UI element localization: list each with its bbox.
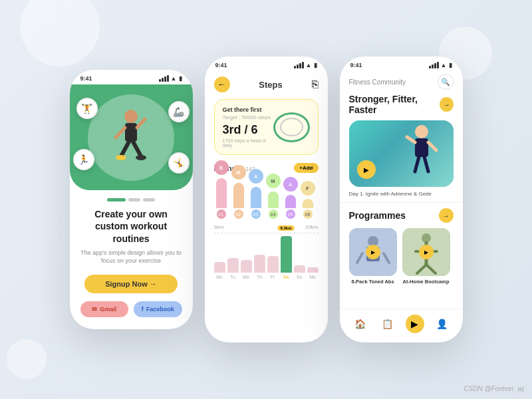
hero-caption: Day 1. Ignite with Adrienne & Gede: [349, 191, 454, 197]
bar-frans: [303, 199, 313, 208]
day-th: Th: [254, 275, 265, 279]
status-icons-2: ▲ ▮: [294, 62, 317, 68]
friend-bar-mira: M #4: [266, 174, 281, 219]
chart-right-label: 20km: [305, 224, 319, 230]
time-2: 9:41: [215, 62, 227, 68]
gmail-icon: ✉: [92, 306, 97, 313]
phone-1: 9:41 ▲ ▮: [70, 70, 193, 329]
chart-bar-we: [241, 260, 252, 273]
steps-rank: 3rd / 6: [223, 123, 273, 137]
search-button[interactable]: 🔍: [438, 74, 454, 90]
svg-point-8: [415, 125, 428, 138]
steps-daily: 1703 steps a head of daily: [223, 138, 273, 148]
main-chart: 8.3km: [214, 236, 319, 273]
nav-list[interactable]: 📋: [377, 315, 397, 333]
day-mo2: Mo: [307, 275, 319, 279]
chart-bar-mo1: [214, 262, 225, 273]
athlete-circle: [88, 94, 174, 181]
steps-info: Get there first Target : 50000 steps 3rd…: [223, 106, 273, 148]
divider: [340, 202, 463, 203]
status-icons-3: ▲ ▮: [429, 62, 452, 68]
phone1-hero: 🏋️ 🦾 🏃 🤸: [70, 84, 193, 190]
dot-2: [128, 198, 140, 201]
chart-bar-th: [254, 255, 265, 273]
facebook-button[interactable]: f Facebook: [134, 301, 182, 317]
svg-line-13: [424, 157, 428, 172]
chart-bar-mo2: [307, 267, 319, 273]
battery-icon-3: ▮: [449, 62, 452, 68]
phones-container: 9:41 ▲ ▮: [70, 57, 463, 342]
phone1-subtitle: The app's simple design allows you to fo…: [80, 249, 182, 265]
prog-name-2: At-Home Bootcamp: [402, 279, 450, 285]
prog-name-1: 6-Pack Toned Abs: [349, 279, 397, 285]
svg-line-2: [116, 128, 125, 138]
icon-bubble-tr: 🦾: [168, 101, 190, 122]
avatar-adela: A: [249, 169, 263, 184]
prog-play-2[interactable]: ▶: [419, 245, 434, 259]
dot-3: [143, 198, 155, 201]
friend-bar-astin: A #5: [283, 177, 298, 219]
phone3-content: Fitness Community 🔍 Stronger, Fitter, Fa…: [340, 71, 463, 338]
list-icon: 📋: [378, 315, 396, 333]
hero-image: ▶: [349, 120, 454, 187]
signup-button[interactable]: Signup Now →: [84, 275, 178, 293]
search-icon: 🔍: [441, 78, 450, 86]
watermark: CSDN @Forever_wj: [464, 385, 524, 392]
rank-frans: #6: [303, 209, 313, 219]
highlight-label: 8.3km: [277, 225, 294, 231]
nav-play[interactable]: ▶: [405, 315, 425, 333]
status-bar-3: 9:41 ▲ ▮: [340, 57, 463, 71]
svg-rect-9: [415, 138, 428, 157]
nav-profile[interactable]: 👤: [432, 315, 452, 333]
svg-line-5: [133, 142, 141, 156]
avatar-frans: F: [301, 181, 315, 196]
rank-mira: #4: [269, 209, 278, 219]
social-buttons: ✉ Gmail f Facebook: [80, 301, 182, 317]
svg-rect-1: [125, 123, 137, 142]
prog-card-2: ▶ At-Home Bootcamp: [402, 228, 450, 285]
day-su: Su: [294, 275, 305, 279]
dots-indicator: [107, 198, 155, 201]
track-inner: [280, 118, 303, 136]
phone1-title: Create your own custom workout routines: [80, 208, 182, 245]
prog-img-1: ▶: [349, 228, 397, 276]
phone-3: 9:41 ▲ ▮ Fitness Community 🔍: [340, 57, 463, 342]
back-button[interactable]: ←: [214, 76, 230, 92]
share-icon[interactable]: ⎘: [312, 78, 319, 90]
bar-astin: [285, 195, 296, 208]
track-oval: [273, 112, 310, 142]
bar-mira: [268, 192, 279, 208]
day-we: We: [241, 275, 252, 279]
bar-me: [233, 183, 244, 208]
gmail-button[interactable]: ✉ Gmail: [80, 301, 129, 317]
programmes-arrow-button[interactable]: →: [439, 208, 454, 223]
hero-play-button[interactable]: ▶: [357, 160, 376, 179]
bar-baily: [216, 178, 227, 208]
phone2-title: Steps: [259, 80, 282, 90]
chart-bar-su: [294, 265, 305, 273]
profile-icon: 👤: [433, 315, 452, 333]
status-bar-1: 9:41 ▲ ▮: [70, 70, 193, 84]
svg-line-4: [121, 142, 129, 156]
status-icons-1: ▲ ▮: [159, 75, 182, 82]
prog-play-1[interactable]: ▶: [366, 245, 380, 259]
rank-baily: #1: [217, 209, 226, 219]
phone2-content: ← Steps ⎘ Get there first Target : 50000…: [205, 71, 328, 338]
stronger-arrow-button[interactable]: →: [440, 97, 453, 112]
nav-home[interactable]: 🏠: [350, 315, 370, 333]
status-bar-2: 9:41 ▲ ▮: [205, 57, 328, 71]
steps-card: Get there first Target : 50000 steps 3rd…: [214, 99, 319, 155]
svg-point-0: [124, 110, 138, 123]
hero-section: Stronger, Fitter, Faster →: [340, 94, 463, 202]
avatar-me: M: [231, 165, 246, 180]
signal-icon-1: [159, 75, 169, 82]
friends-header: Friends 143 +Add: [214, 162, 319, 174]
day-sa: Sa: [281, 275, 292, 279]
hero-person-svg: [402, 124, 442, 184]
chart-labels: 3km 20km: [214, 224, 319, 230]
programmes-title: Programmes →: [349, 208, 454, 223]
friend-bars: B #1 M #2 A #3 M: [214, 179, 319, 219]
chart-bar-tu: [227, 258, 239, 273]
add-friend-button[interactable]: +Add: [294, 163, 318, 173]
friend-bar-frans: F #6: [301, 181, 315, 219]
